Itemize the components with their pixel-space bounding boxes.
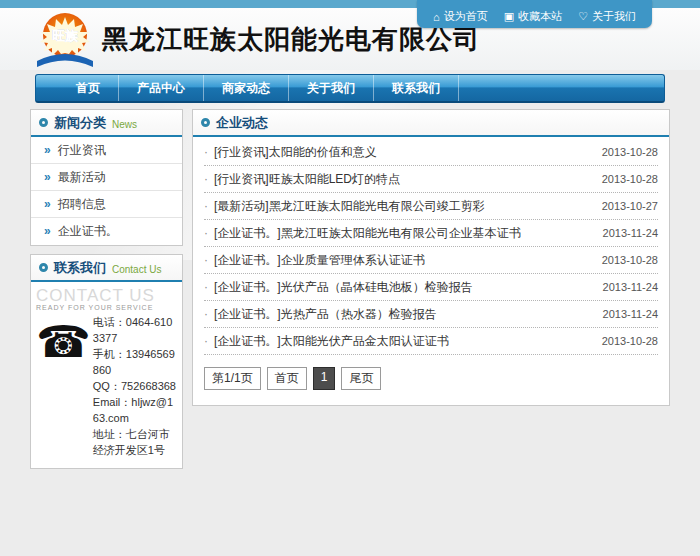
contact-box: 联系我们 Contact Us CONTACT US READY FOR YOU… (30, 254, 183, 469)
news-item-title: [行业资讯]旺族太阳能LED灯的特点 (214, 172, 400, 186)
nav-item-about[interactable]: 关于我们 (289, 75, 374, 101)
bookmark-site-link[interactable]: ▣ 收藏本站 (504, 9, 562, 24)
main-nav: 首页 产品中心 商家动态 关于我们 联系我们 (35, 74, 665, 103)
nav-item-home[interactable]: 首页 (58, 75, 119, 101)
sidebar-item-label: 企业证书。 (58, 224, 118, 238)
news-category-box: 新闻分类 News »行业资讯 »最新活动 »招聘信息 »企业证书。 (30, 109, 183, 246)
news-item-title: [企业证书。]光伏产品（晶体硅电池板）检验报告 (214, 280, 473, 294)
sidebar-item-recruitment[interactable]: »招聘信息 (31, 191, 182, 218)
news-item[interactable]: ·[企业证书。]光热产品（热水器）检验报告 2013-11-24 (204, 301, 658, 328)
chevron-right-icon: » (44, 197, 51, 211)
nav-item-contact[interactable]: 联系我们 (374, 75, 459, 101)
news-panel-header: 企业动态 (193, 110, 669, 137)
news-item-title: [行业资讯]太阳能的价值和意义 (214, 145, 377, 159)
sidebar-item-label: 行业资讯 (58, 143, 106, 157)
page-1-button[interactable]: 1 (313, 367, 336, 390)
logo-text: 旺族 (52, 28, 79, 43)
bookmark-icon: ▣ (504, 10, 514, 23)
news-item-title: [最新活动]黑龙江旺族太阳能光电有限公司竣工剪彩 (214, 199, 485, 213)
sidebar-item-certificates[interactable]: »企业证书。 (31, 218, 182, 245)
news-item[interactable]: ·[行业资讯]旺族太阳能LED灯的特点 2013-10-28 (204, 166, 658, 193)
chevron-right-icon: » (44, 224, 51, 238)
last-page-button[interactable]: 尾页 (341, 367, 381, 390)
contact-mobile: 手机：13946569860 (93, 346, 177, 378)
news-panel: 企业动态 ·[行业资讯]太阳能的价值和意义 2013-10-28 ·[行业资讯]… (192, 109, 670, 406)
topbar-quick-links: ⌂ 设为首页 ▣ 收藏本站 ♡ 关于我们 (417, 0, 652, 28)
bullet-icon: · (204, 226, 208, 240)
logo-arc (37, 54, 93, 67)
news-item-date: 2013-10-28 (602, 335, 658, 347)
bullet-icon: · (204, 172, 208, 186)
contact-qq: QQ：752668368 (93, 378, 177, 394)
bullet-icon: · (204, 280, 208, 294)
sidebar-item-industry-news[interactable]: »行业资讯 (31, 137, 182, 164)
footer-spacer (0, 469, 700, 556)
sidebar: 新闻分类 News »行业资讯 »最新活动 »招聘信息 »企业证书。 (30, 109, 183, 469)
ring-icon (39, 263, 48, 272)
company-logo: 旺族 (34, 11, 96, 69)
chevron-right-icon: » (44, 170, 51, 184)
about-us-link[interactable]: ♡ 关于我们 (578, 9, 636, 24)
contact-email: Email：hljwz@163.com (93, 394, 177, 426)
news-item-date: 2013-10-28 (602, 254, 658, 266)
set-homepage-label: 设为首页 (444, 9, 488, 24)
news-category-header: 新闻分类 News (31, 110, 182, 137)
news-panel-title: 企业动态 (216, 114, 268, 132)
bullet-icon: · (204, 253, 208, 267)
news-item-title: [企业证书。]企业质量管理体系认证证书 (214, 253, 425, 267)
telephone-icon: ☎ (36, 314, 91, 458)
news-category-subtitle: News (112, 116, 137, 130)
nav-item-products[interactable]: 产品中心 (119, 75, 204, 101)
news-item-date: 2013-10-28 (602, 146, 658, 158)
news-item[interactable]: ·[企业证书。]黑龙江旺族太阳能光电有限公司企业基本证书 2013-11-24 (204, 220, 658, 247)
news-item[interactable]: ·[行业资讯]太阳能的价值和意义 2013-10-28 (204, 139, 658, 166)
page-info: 第1/1页 (204, 367, 261, 390)
contact-phone: 电话：0464-6103377 (93, 314, 177, 346)
contact-watermark: CONTACT US (36, 287, 177, 304)
bullet-icon: · (204, 334, 208, 348)
sidebar-item-label: 最新活动 (58, 170, 106, 184)
news-list: ·[行业资讯]太阳能的价值和意义 2013-10-28 ·[行业资讯]旺族太阳能… (193, 137, 669, 355)
chevron-right-icon: » (44, 143, 51, 157)
nav-item-news[interactable]: 商家动态 (204, 75, 289, 101)
pagination: 第1/1页 首页 1 尾页 (193, 355, 669, 405)
first-page-button[interactable]: 首页 (267, 367, 307, 390)
news-item[interactable]: ·[企业证书。]光伏产品（晶体硅电池板）检验报告 2013-11-24 (204, 274, 658, 301)
heart-icon: ♡ (578, 10, 588, 23)
news-item-date: 2013-10-27 (602, 200, 658, 212)
ring-icon (201, 118, 210, 127)
sidebar-item-latest-activities[interactable]: »最新活动 (31, 164, 182, 191)
news-item[interactable]: ·[企业证书。]企业质量管理体系认证证书 2013-10-28 (204, 247, 658, 274)
news-item-date: 2013-11-24 (603, 281, 658, 293)
home-icon: ⌂ (433, 11, 440, 23)
sidebar-item-label: 招聘信息 (58, 197, 106, 211)
news-item-title: [企业证书。]光热产品（热水器）检验报告 (214, 307, 437, 321)
bookmark-site-label: 收藏本站 (518, 9, 562, 24)
bullet-icon: · (204, 145, 208, 159)
news-item-date: 2013-11-24 (603, 227, 658, 239)
contact-subtitle: Contact Us (112, 261, 161, 275)
news-item[interactable]: ·[最新活动]黑龙江旺族太阳能光电有限公司竣工剪彩 2013-10-27 (204, 193, 658, 220)
news-item-title: [企业证书。]黑龙江旺族太阳能光电有限公司企业基本证书 (214, 226, 521, 240)
contact-header: 联系我们 Contact Us (31, 255, 182, 282)
contact-watermark-sub: READY FOR YOUR SERVICE (36, 304, 177, 311)
bullet-icon: · (204, 307, 208, 321)
bullet-icon: · (204, 199, 208, 213)
news-category-title: 新闻分类 (54, 114, 106, 132)
set-homepage-link[interactable]: ⌂ 设为首页 (433, 9, 488, 24)
contact-details: 电话：0464-6103377 手机：13946569860 QQ：752668… (93, 314, 177, 458)
news-item[interactable]: ·[企业证书。]太阳能光伏产品金太阳认证证书 2013-10-28 (204, 328, 658, 355)
news-item-date: 2013-10-28 (602, 173, 658, 185)
news-item-date: 2013-11-24 (603, 308, 658, 320)
contact-title: 联系我们 (54, 259, 106, 277)
news-item-title: [企业证书。]太阳能光伏产品金太阳认证证书 (214, 334, 449, 348)
about-us-label: 关于我们 (592, 9, 636, 24)
ring-icon (39, 118, 48, 127)
contact-address: 地址：七台河市经济开发区1号 (93, 426, 177, 458)
